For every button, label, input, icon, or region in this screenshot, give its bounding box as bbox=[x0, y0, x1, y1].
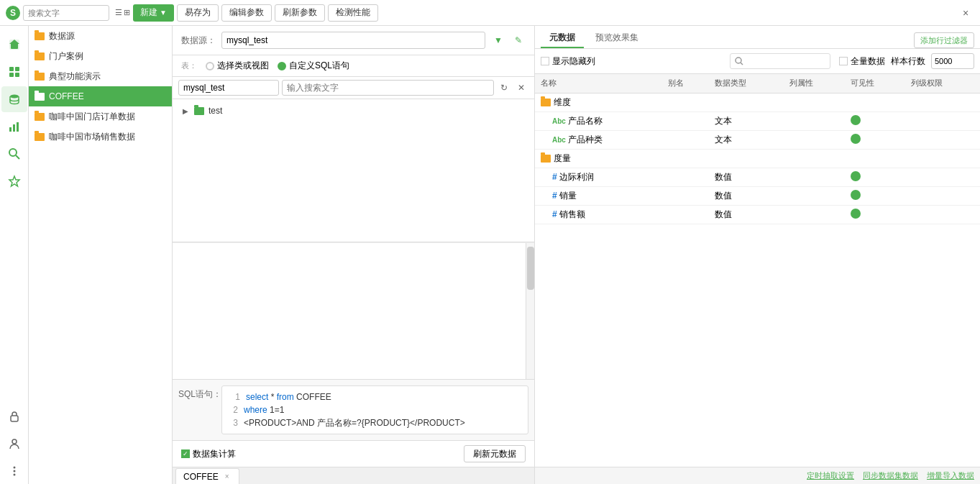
abc-type-icon: Abc bbox=[552, 117, 566, 125]
radio-select-view[interactable]: 选择类或视图 bbox=[206, 60, 269, 72]
checkbox-data-calc[interactable]: ✓ 数据集计算 bbox=[181, 448, 236, 460]
edit-params-button[interactable]: 编辑参数 bbox=[221, 4, 272, 22]
tab-metadata[interactable]: 元数据 bbox=[541, 28, 584, 48]
table-header-row: 名称 别名 数据类型 列属性 可见性 列级权限 bbox=[535, 74, 980, 93]
svg-point-17 bbox=[12, 439, 17, 444]
sidebar-item-market[interactable]: 咖啡中国市场销售数据 bbox=[29, 127, 172, 147]
tab-coffee[interactable]: COFFEE × bbox=[175, 468, 239, 484]
sql-area: SQL语句： 1 select * from COFFEE 2 where 1=… bbox=[173, 379, 534, 440]
icon-btn-data[interactable] bbox=[1, 86, 27, 112]
status-link-3[interactable]: 增量导入数据 bbox=[927, 470, 974, 481]
left-sidebar: 数据源 门户案例 典型功能演示 COFFEE 咖啡中国门店订单数据 咖啡中国市场… bbox=[29, 26, 173, 484]
app-logo: S bbox=[6, 6, 20, 20]
icon-btn-chart[interactable] bbox=[1, 114, 27, 140]
right-panel: 元数据 预览效果集 添加行过滤器 显示隐藏列 全量数据 bbox=[534, 26, 980, 484]
datasource-row: 数据源： ▼ ✎ bbox=[173, 26, 534, 55]
icon-btn-home[interactable] bbox=[1, 32, 27, 58]
table-selector: ↻ ✕ bbox=[173, 77, 534, 99]
visible-dot-3 bbox=[851, 171, 861, 181]
svg-rect-11 bbox=[13, 124, 15, 132]
datasource-label: 数据源： bbox=[181, 35, 216, 47]
sidebar-item-coffee[interactable]: COFFEE bbox=[29, 86, 172, 106]
table-row: 维度 bbox=[535, 93, 980, 111]
clear-icon-btn[interactable]: ✕ bbox=[514, 81, 528, 95]
radio-group: 表： 选择类或视图 自定义SQL语句 bbox=[173, 55, 534, 77]
right-tabs: 元数据 预览效果集 添加行过滤器 bbox=[535, 26, 980, 49]
icon-btn-lock[interactable] bbox=[1, 403, 27, 429]
folder-icon-datasource bbox=[35, 32, 45, 40]
detect-button[interactable]: 检测性能 bbox=[328, 4, 378, 22]
table-row: Abc 产品种类 文本 bbox=[535, 130, 980, 149]
all-data-checkbox[interactable] bbox=[839, 57, 848, 65]
scrollbar-thumb[interactable] bbox=[527, 247, 534, 290]
bottom-actions: ✓ 数据集计算 刷新元数据 bbox=[173, 440, 534, 467]
save-button[interactable]: 易存为 bbox=[177, 4, 219, 22]
svg-rect-3 bbox=[11, 43, 18, 49]
svg-point-13 bbox=[9, 149, 17, 156]
svg-point-9 bbox=[10, 95, 19, 99]
sql-content[interactable]: 1 select * from COFFEE 2 where 1=1 3 <PR… bbox=[221, 385, 528, 434]
datasource-input[interactable] bbox=[221, 32, 485, 49]
table-label: 表： bbox=[181, 60, 197, 71]
close-button[interactable]: × bbox=[957, 4, 974, 22]
tab-bar: COFFEE × bbox=[173, 467, 534, 484]
col-alias: 别名 bbox=[662, 74, 710, 93]
col-visible: 可见性 bbox=[845, 74, 906, 93]
table-input[interactable] bbox=[178, 80, 279, 96]
center-main-area bbox=[173, 242, 534, 380]
col-perm: 列级权限 bbox=[905, 74, 980, 93]
show-hidden-label-group: 显示隐藏列 bbox=[541, 55, 595, 68]
icon-sidebar bbox=[0, 26, 29, 484]
show-hidden-checkbox[interactable] bbox=[541, 57, 549, 65]
topbar-search-input[interactable] bbox=[23, 5, 109, 21]
center-panel: 数据源： ▼ ✎ 表： 选择类或视图 自定义SQL语句 ↻ ✕ bbox=[173, 26, 534, 484]
table-row: Abc 产品名称 文本 bbox=[535, 111, 980, 130]
tree-item-test[interactable]: ▶ test bbox=[173, 102, 534, 119]
search-spacer bbox=[604, 53, 830, 69]
visible-dot-5 bbox=[851, 209, 861, 219]
abc-type-icon-2: Abc bbox=[552, 136, 566, 144]
new-dropdown-icon: ▼ bbox=[160, 9, 167, 17]
datasource-edit-btn[interactable]: ✎ bbox=[511, 33, 526, 47]
tree-item-label: test bbox=[209, 106, 222, 116]
sidebar-item-orders[interactable]: 咖啡中国门店订单数据 bbox=[29, 106, 172, 127]
icon-btn-portal[interactable] bbox=[1, 59, 27, 85]
metadata-table: 名称 别名 数据类型 列属性 可见性 列级权限 维度 bbox=[535, 74, 980, 467]
folder-icon-portal bbox=[35, 52, 45, 60]
sidebar-item-datasource[interactable]: 数据源 bbox=[29, 26, 172, 46]
icon-btn-search[interactable] bbox=[1, 141, 27, 167]
icon-btn-more[interactable] bbox=[1, 458, 27, 484]
radio-custom-sql[interactable]: 自定义SQL语句 bbox=[278, 60, 349, 72]
refresh-metadata-btn[interactable]: 刷新元数据 bbox=[464, 445, 526, 462]
status-link-2[interactable]: 同步数据集数据 bbox=[863, 470, 918, 481]
sql-label: SQL语句： bbox=[178, 388, 221, 401]
refresh-icon-btn[interactable]: ↻ bbox=[497, 81, 511, 95]
checkbox-icon: ✓ bbox=[181, 449, 190, 458]
radio-circle-select bbox=[206, 62, 214, 70]
per-row-input[interactable] bbox=[931, 53, 974, 69]
tree-folder-icon bbox=[194, 107, 204, 115]
icon-btn-star[interactable] bbox=[1, 168, 27, 194]
svg-rect-7 bbox=[9, 73, 14, 77]
svg-point-20 bbox=[13, 474, 15, 476]
table-search-input[interactable] bbox=[282, 80, 494, 96]
table-row: # 边际利润 数值 bbox=[535, 168, 980, 186]
tab-close-btn[interactable]: × bbox=[223, 472, 232, 481]
sidebar-item-portal[interactable]: 门户案例 bbox=[29, 46, 172, 66]
tree-expand-icon[interactable]: ▶ bbox=[181, 106, 190, 115]
icon-btn-user[interactable] bbox=[1, 431, 27, 457]
tab-preview[interactable]: 预览效果集 bbox=[587, 28, 647, 48]
vertical-scrollbar[interactable] bbox=[526, 243, 534, 380]
sql-line-3: 3 <PRODUCT>AND 产品名称=?{PRODUCT}</PRODUCT> bbox=[228, 416, 522, 429]
refresh-params-button[interactable]: 刷新参数 bbox=[275, 4, 325, 22]
status-link-1[interactable]: 定时抽取设置 bbox=[807, 470, 854, 481]
svg-rect-10 bbox=[9, 127, 12, 132]
search-icon bbox=[735, 57, 743, 65]
filter-btn[interactable]: 添加行过滤器 bbox=[914, 32, 974, 48]
hash-icon-2: # bbox=[552, 191, 557, 201]
folder-icon-features bbox=[35, 73, 45, 81]
datasource-dropdown-btn[interactable]: ▼ bbox=[491, 33, 505, 47]
new-button[interactable]: 新建 ▼ bbox=[133, 4, 174, 22]
sidebar-item-features[interactable]: 典型功能演示 bbox=[29, 66, 172, 86]
svg-line-14 bbox=[16, 155, 19, 159]
